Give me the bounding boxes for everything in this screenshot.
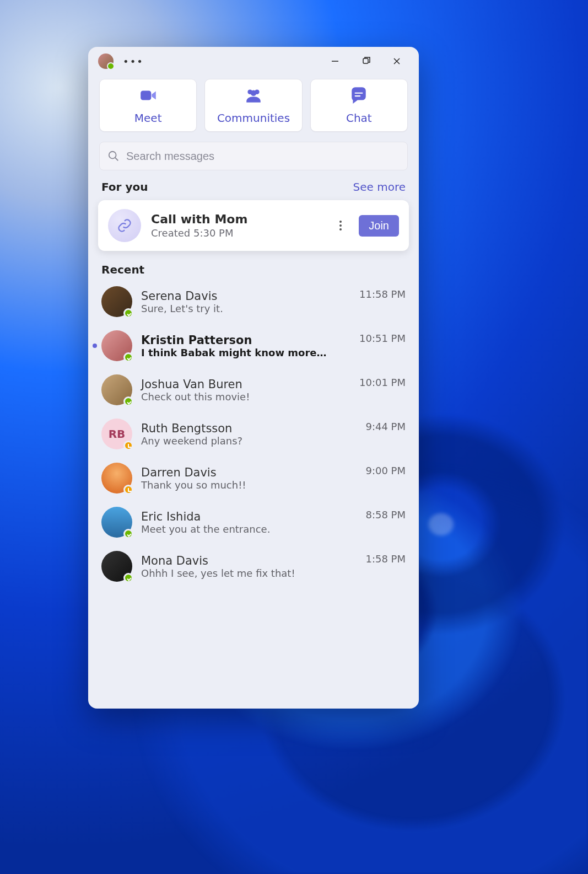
svg-rect-4 xyxy=(141,91,151,100)
presence-away-icon xyxy=(123,441,133,451)
search-bar[interactable] xyxy=(99,142,408,170)
svg-point-10 xyxy=(109,152,116,159)
chat-item[interactable]: Joshua Van BurenCheck out this movie!10:… xyxy=(88,368,419,412)
chat-item[interactable]: Mona DavisOhhh I see, yes let me fix tha… xyxy=(88,544,419,588)
video-icon xyxy=(139,86,158,107)
chat-preview: Ohhh I see, yes let me fix that! xyxy=(141,567,328,579)
chat-name: Kristin Patterson xyxy=(141,334,350,347)
svg-rect-1 xyxy=(363,58,368,63)
for-you-subtitle: Created 5:30 PM xyxy=(151,227,322,239)
for-you-card[interactable]: Call with Mom Created 5:30 PM Join xyxy=(98,200,409,251)
chat-item[interactable]: Serena DavisSure, Let's try it.11:58 PM xyxy=(88,280,419,324)
avatar xyxy=(101,330,132,361)
me-avatar[interactable] xyxy=(98,53,114,69)
avatar xyxy=(101,507,132,538)
maximize-icon xyxy=(362,57,370,66)
svg-point-7 xyxy=(251,90,257,96)
chat-time: 1:58 PM xyxy=(365,553,406,565)
presence-available-icon xyxy=(123,352,133,362)
link-icon xyxy=(108,209,141,242)
avatar: RB xyxy=(101,419,132,449)
chat-button[interactable]: Chat xyxy=(310,79,408,132)
teams-mini-window: ••• Meet Communities C xyxy=(88,47,419,709)
join-button[interactable]: Join xyxy=(359,215,399,237)
chat-icon xyxy=(349,86,368,107)
more-menu-button[interactable]: ••• xyxy=(125,52,142,70)
chat-name: Mona Davis xyxy=(141,554,357,567)
for-you-more-button[interactable] xyxy=(332,215,349,237)
minimize-button[interactable] xyxy=(320,50,350,72)
presence-available-icon xyxy=(123,308,133,318)
chat-text: Serena DavisSure, Let's try it. xyxy=(141,289,350,314)
chat-text: Ruth BengtssonAny weekend plans? xyxy=(141,422,357,447)
chat-text: Mona DavisOhhh I see, yes let me fix tha… xyxy=(141,554,357,579)
minimize-icon xyxy=(331,57,339,66)
chat-item[interactable]: Kristin PattersonI think Babak might kno… xyxy=(88,324,419,368)
presence-away-icon xyxy=(123,485,133,495)
chat-time: 10:51 PM xyxy=(359,333,406,344)
titlebar: ••• xyxy=(88,47,419,76)
chat-time: 9:00 PM xyxy=(365,465,406,476)
svg-line-11 xyxy=(115,158,118,161)
presence-available-icon xyxy=(123,573,133,583)
chat-preview: Meet you at the entrance. xyxy=(141,523,328,535)
chat-item[interactable]: RBRuth BengtssonAny weekend plans?9:44 P… xyxy=(88,412,419,456)
close-button[interactable] xyxy=(381,50,412,72)
search-input[interactable] xyxy=(126,150,400,163)
maximize-button[interactable] xyxy=(350,50,381,72)
chat-name: Joshua Van Buren xyxy=(141,378,350,391)
avatar xyxy=(101,551,132,582)
chat-text: Joshua Van BurenCheck out this movie! xyxy=(141,378,350,403)
meet-button[interactable]: Meet xyxy=(99,79,197,132)
chat-preview: Any weekend plans? xyxy=(141,435,328,447)
people-icon xyxy=(244,86,263,107)
for-you-header-row: For you See more xyxy=(88,178,419,198)
chat-text: Darren DavisThank you so much!! xyxy=(141,466,357,491)
search-icon xyxy=(107,150,120,162)
chat-time: 10:01 PM xyxy=(359,377,406,388)
meet-label: Meet xyxy=(134,111,162,125)
for-you-title: Call with Mom xyxy=(151,212,322,226)
avatar xyxy=(101,463,132,494)
chat-time: 8:58 PM xyxy=(365,509,406,521)
chat-item[interactable]: Eric IshidaMeet you at the entrance.8:58… xyxy=(88,500,419,544)
action-row: Meet Communities Chat xyxy=(88,76,419,140)
chat-text: Eric IshidaMeet you at the entrance. xyxy=(141,510,357,535)
chat-preview: Check out this movie! xyxy=(141,391,328,403)
chat-name: Serena Davis xyxy=(141,289,350,303)
presence-available-icon xyxy=(123,529,133,539)
communities-button[interactable]: Communities xyxy=(204,79,302,132)
avatar xyxy=(101,286,132,317)
chat-list[interactable]: Serena DavisSure, Let's try it.11:58 PMK… xyxy=(88,280,419,709)
chat-time: 11:58 PM xyxy=(359,288,406,300)
for-you-header: For you xyxy=(101,180,148,194)
chat-name: Ruth Bengtsson xyxy=(141,422,357,435)
close-icon xyxy=(392,57,401,66)
for-you-text: Call with Mom Created 5:30 PM xyxy=(151,212,322,239)
chat-preview: Thank you so much!! xyxy=(141,479,328,491)
communities-label: Communities xyxy=(217,111,290,125)
chat-name: Darren Davis xyxy=(141,466,357,479)
chat-time: 9:44 PM xyxy=(365,421,406,432)
chat-preview: Sure, Let's try it. xyxy=(141,303,328,314)
presence-available-icon xyxy=(123,396,133,406)
see-more-link[interactable]: See more xyxy=(353,180,406,194)
chat-item[interactable]: Darren DavisThank you so much!!9:00 PM xyxy=(88,456,419,500)
chat-label: Chat xyxy=(346,111,372,125)
chat-preview: I think Babak might know more a… xyxy=(141,347,328,358)
chat-text: Kristin PattersonI think Babak might kno… xyxy=(141,334,350,358)
recent-header: Recent xyxy=(88,260,419,280)
avatar xyxy=(101,374,132,405)
chat-name: Eric Ishida xyxy=(141,510,357,523)
